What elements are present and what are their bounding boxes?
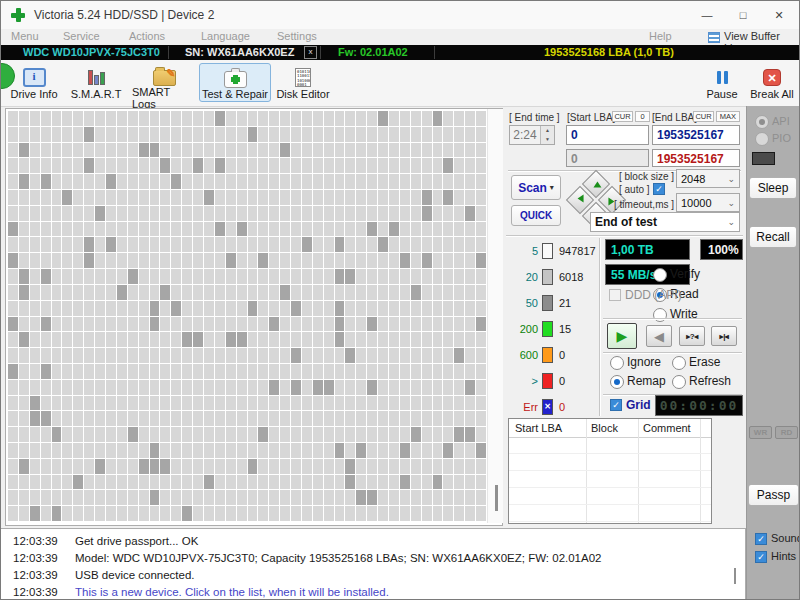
scan-button[interactable]: Scan ▾ — [511, 175, 561, 200]
end-lba-max-button[interactable]: MAX — [716, 111, 740, 122]
device-bar[interactable]: WDC WD10JPVX-75JC3T0 SN: WX61AA6KX0EZ x … — [1, 45, 799, 60]
grid-cell — [117, 127, 127, 142]
smart-logs-button[interactable]: ✎ SMART Logs — [131, 63, 197, 102]
grid-scrollbar[interactable] — [487, 109, 503, 523]
grid-cell — [237, 158, 247, 173]
grid-cell — [226, 443, 236, 458]
grid-cell — [389, 190, 399, 205]
grid-cell — [52, 237, 62, 252]
grid-cell — [52, 364, 62, 379]
grid-cell — [41, 143, 51, 158]
resize-grip[interactable] — [734, 568, 736, 584]
smart-button[interactable]: S.M.A.R.T — [67, 63, 125, 102]
grid-cell — [19, 490, 29, 505]
sleep-button[interactable]: Sleep — [749, 177, 797, 199]
menu-item-settings[interactable]: Settings — [277, 30, 317, 42]
grid-cell — [193, 506, 203, 521]
menu-item-menu[interactable]: Menu — [11, 30, 39, 42]
erase-radio[interactable] — [672, 356, 686, 370]
end-of-test-select[interactable]: End of test ⌄ — [590, 212, 740, 232]
test-repair-button[interactable]: Test & Repair — [199, 63, 271, 102]
drive-info-button[interactable]: i Drive Info — [7, 63, 61, 102]
spinner-up-icon[interactable]: ▲ — [541, 126, 554, 135]
grid-cell — [84, 158, 94, 173]
wr-button[interactable]: WR — [749, 426, 772, 439]
hints-checkbox[interactable]: ✓ — [755, 551, 767, 563]
start-lba-input[interactable]: 0 — [566, 125, 649, 145]
auto-checkbox[interactable]: ✓ — [653, 183, 665, 195]
end-lba-cur-button[interactable]: CUR — [693, 111, 714, 122]
skip-error-button[interactable]: ▸?◂ — [679, 326, 705, 346]
grid-cell — [411, 127, 421, 142]
ddd-checkbox[interactable] — [609, 289, 621, 301]
spinner-arrows[interactable]: ▲▼ — [540, 126, 554, 144]
log-entry[interactable]: 12:03:39This is a new device. Click on t… — [1, 583, 745, 600]
maximize-button[interactable]: □ — [725, 1, 761, 29]
verify-radio[interactable] — [653, 268, 667, 282]
minimize-button[interactable]: — — [689, 1, 725, 29]
recall-button[interactable]: Recall — [749, 226, 797, 248]
sound-checkbox[interactable]: ✓ — [755, 533, 767, 545]
close-button[interactable]: ✕ — [761, 1, 797, 29]
disk-editor-button[interactable]: 010110 110011 101000 0001 Disk Editor — [273, 63, 333, 102]
passp-button[interactable]: Passp — [748, 484, 799, 506]
grid-cell — [19, 190, 29, 205]
spinner-down-icon[interactable]: ▼ — [541, 135, 554, 144]
timeout-select[interactable]: 10000 ⌄ — [676, 193, 740, 212]
log-entry[interactable]: 12:03:39USB device connected. — [1, 566, 745, 583]
log-entry[interactable]: 12:03:39Get drive passport... OK — [1, 532, 745, 549]
table-row[interactable] — [509, 437, 711, 454]
step-back-button[interactable]: ◀ — [646, 325, 672, 347]
table-row[interactable] — [509, 488, 711, 505]
api-radio[interactable] — [755, 115, 769, 129]
grid-cell — [62, 364, 72, 379]
refresh-radio[interactable] — [672, 375, 686, 389]
break-all-button[interactable]: ✕ Break All — [747, 63, 797, 102]
remap-radio[interactable] — [610, 375, 624, 389]
grid-cell — [280, 237, 290, 252]
table-row[interactable] — [509, 505, 711, 522]
grid-cell — [182, 443, 192, 458]
ignore-radio[interactable] — [610, 356, 624, 370]
skip-end-button[interactable]: ▸|◂ — [711, 326, 737, 346]
menu-item-actions[interactable]: Actions — [129, 30, 165, 42]
grid-cell — [356, 490, 366, 505]
grid-cell — [160, 490, 170, 505]
pio-radio[interactable] — [755, 132, 769, 146]
grid-cell — [193, 364, 203, 379]
grid-cell — [411, 490, 421, 505]
grid-cell — [84, 222, 94, 237]
menu-item-language[interactable]: Language — [201, 30, 250, 42]
grid-cell — [389, 301, 399, 316]
grid-cell — [30, 285, 40, 300]
defect-table[interactable]: Start LBA Block Comment — [508, 418, 712, 524]
grid-cell — [150, 158, 160, 173]
percent-value: 100 — [708, 243, 728, 257]
grid-cell — [139, 222, 149, 237]
grid-checkbox[interactable]: ✓ — [610, 399, 622, 411]
grid-cell — [215, 301, 225, 316]
table-row[interactable] — [509, 454, 711, 471]
grid-cell — [139, 301, 149, 316]
block-size-select[interactable]: 2048 ⌄ — [676, 169, 740, 188]
block-grid[interactable] — [5, 108, 503, 526]
rd-button[interactable]: RD — [775, 426, 798, 439]
elapsed-timer: 00:00:00 — [655, 395, 743, 416]
start-lba-cur-button[interactable]: CUR — [612, 111, 633, 122]
grid-cell — [41, 427, 51, 442]
log-entry[interactable]: 12:03:39Model: WDC WD10JPVX-75JC3T0; Cap… — [1, 549, 745, 566]
start-lba-zero-button[interactable]: 0 — [635, 111, 650, 122]
device-close-button[interactable]: x — [304, 46, 317, 59]
quick-button[interactable]: QUICK — [511, 205, 561, 226]
grid-scrollbar-thumb[interactable] — [495, 485, 498, 511]
pause-button[interactable]: Pause — [699, 63, 745, 102]
menu-item-help[interactable]: Help — [649, 30, 672, 42]
end-time-spinner[interactable]: 2:24 ▲▼ — [509, 125, 555, 145]
log-panel[interactable]: 12:03:39Get drive passport... OK12:03:39… — [1, 528, 746, 600]
grid-cell — [226, 206, 236, 221]
table-row[interactable] — [509, 471, 711, 488]
end-lba-input[interactable]: 1953525167 — [652, 125, 740, 145]
menu-item-service[interactable]: Service — [63, 30, 100, 42]
start-scan-button[interactable]: ▶ — [607, 323, 637, 349]
grid-cell — [291, 348, 301, 363]
